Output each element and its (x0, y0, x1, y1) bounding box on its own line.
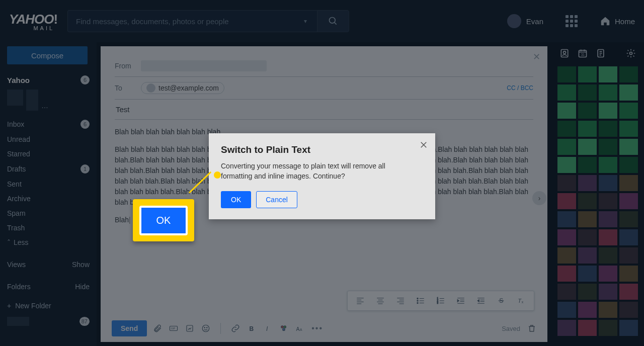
ok-button[interactable]: OK (221, 191, 251, 208)
close-icon[interactable] (419, 140, 428, 151)
callout-anchor-dot (214, 171, 221, 179)
instruction-callout: OK (133, 199, 194, 241)
plain-text-modal: Switch to Plain Text Converting your mes… (209, 133, 435, 219)
callout-label: OK (139, 206, 188, 235)
modal-message: Converting your message to plain text wi… (221, 161, 407, 181)
modal-title: Switch to Plain Text (221, 144, 423, 155)
cancel-button[interactable]: Cancel (256, 191, 297, 208)
